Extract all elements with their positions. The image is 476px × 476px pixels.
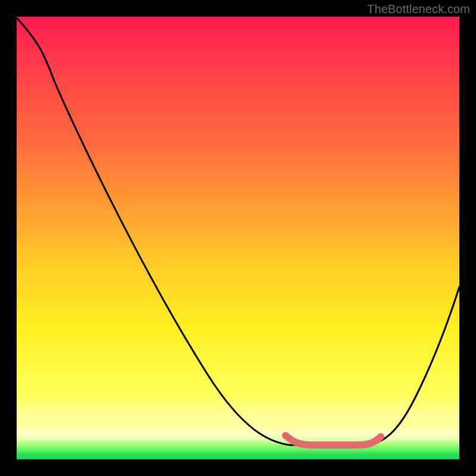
black-curve xyxy=(17,18,459,445)
plot-area xyxy=(17,17,459,459)
watermark-text: TheBottleneck.com xyxy=(367,2,470,16)
chart-curves xyxy=(17,17,459,459)
red-bottom-segment xyxy=(286,436,381,445)
chart-frame: TheBottleneck.com xyxy=(0,0,476,476)
